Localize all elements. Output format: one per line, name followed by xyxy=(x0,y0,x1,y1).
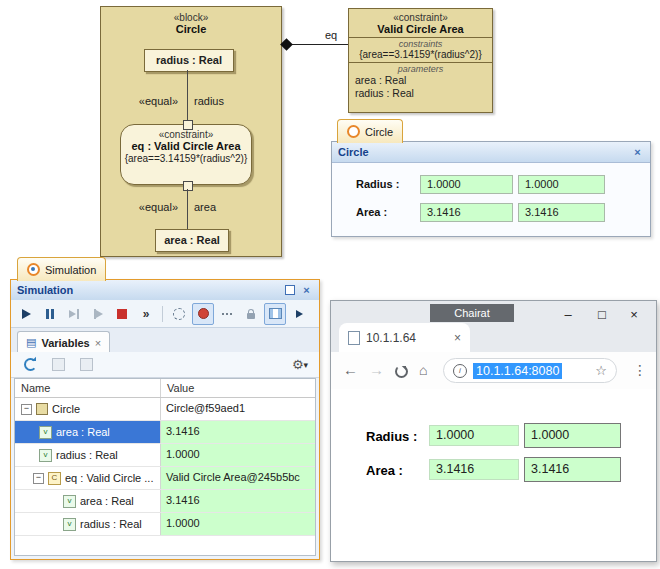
area-value-input[interactable]: 3.1416 xyxy=(524,457,621,482)
browser-tab-title: 10.1.1.64 xyxy=(366,331,448,345)
simulation-window: Simulation Simulation × » xyxy=(10,257,320,560)
home-icon[interactable]: ⌂ xyxy=(419,362,427,378)
selected-row-name-cell: v area : Real xyxy=(15,421,161,443)
info-icon[interactable]: i xyxy=(453,364,467,378)
value-property-icon: v xyxy=(39,426,52,439)
address-bar[interactable]: i 10.1.1.64:8080 ☆ xyxy=(443,358,617,383)
table-row[interactable]: v radius : Real 1.0000 xyxy=(15,513,315,536)
block-icon xyxy=(36,403,48,415)
constraints-compartment-label: constraints xyxy=(349,39,492,49)
variables-table: Name Value − Circle Circle@f59aed1 v are… xyxy=(14,378,316,556)
simulation-titlebar[interactable]: Simulation × xyxy=(11,280,319,301)
tab-simulation-label: Simulation xyxy=(45,264,96,276)
simulation-title: Simulation xyxy=(17,284,73,296)
table-row[interactable]: v radius : Real 1.0000 xyxy=(15,444,315,467)
minimize-icon[interactable]: – xyxy=(558,307,578,322)
animation-icon[interactable] xyxy=(264,303,286,325)
area-part-box[interactable]: area : Real xyxy=(155,229,229,252)
run-icon[interactable] xyxy=(15,303,37,325)
tab-circle-label: Circle xyxy=(365,126,393,138)
circle-block-stereotype: «block» xyxy=(101,12,281,23)
back-icon[interactable]: ← xyxy=(343,361,358,378)
simulation-icon xyxy=(27,263,40,276)
terminate-icon[interactable] xyxy=(111,303,133,325)
browser-window: Chairat – □ × 10.1.1.64 × ← → ⌂ i 10.1.1… xyxy=(330,300,657,562)
row-name: radius : Real xyxy=(80,518,142,530)
bookmark-star-icon[interactable]: ☆ xyxy=(595,363,607,378)
simulation-body: Simulation × » xyxy=(10,279,320,560)
valid-circle-area-block[interactable]: «constraint» Valid Circle Area constrain… xyxy=(348,8,493,113)
lock-icon[interactable] xyxy=(240,303,262,325)
table-row[interactable]: − C eq : Valid Circle ... Valid Circle A… xyxy=(15,467,315,490)
circle-panel-icon xyxy=(347,125,360,138)
column-header-value[interactable]: Value xyxy=(161,379,315,397)
constraint-property-icon: C xyxy=(48,472,61,485)
valid-circle-area-header: «constraint» Valid Circle Area xyxy=(349,9,492,38)
parameter-port-radius[interactable] xyxy=(183,120,193,130)
radius-part-box[interactable]: radius : Real xyxy=(144,49,234,72)
save-icon[interactable] xyxy=(75,354,97,376)
radius-value-field-2[interactable]: 1.0000 xyxy=(518,175,605,194)
circle-panel-title: Circle xyxy=(338,146,369,158)
browser-menu-icon[interactable]: ⋮ xyxy=(633,362,647,378)
eq-connector-line xyxy=(289,44,348,45)
parameters-compartment-label: parameters xyxy=(349,64,492,74)
radius-value-field-1[interactable]: 1.0000 xyxy=(429,425,519,446)
pause-icon[interactable] xyxy=(39,303,61,325)
options-icon[interactable] xyxy=(216,303,238,325)
close-icon[interactable]: × xyxy=(95,337,101,349)
tab-simulation[interactable]: Simulation xyxy=(17,257,106,281)
forward-icon[interactable]: → xyxy=(369,361,384,378)
tab-circle[interactable]: Circle xyxy=(337,119,403,143)
screen: «block» Circle radius : Real «equal» rad… xyxy=(0,0,660,569)
row-value[interactable]: Valid Circle Area@245b5bc xyxy=(161,467,315,489)
step-over-icon[interactable] xyxy=(87,303,109,325)
constraint-property-name: eq : Valid Circle Area xyxy=(121,140,251,152)
close-icon[interactable]: × xyxy=(300,284,313,297)
tab-variables[interactable]: ▤ Variables × xyxy=(17,331,110,353)
variables-tabstrip: ▤ Variables × xyxy=(11,328,319,353)
export-icon[interactable] xyxy=(47,354,69,376)
radius-value-input[interactable]: 1.0000 xyxy=(524,423,621,448)
constraint-property-box[interactable]: «constraint» eq : Valid Circle Area {are… xyxy=(120,124,252,185)
value-property-icon: v xyxy=(39,449,52,462)
table-row[interactable]: v area : Real 3.1416 xyxy=(15,421,315,444)
area-value-field-1[interactable]: 3.1416 xyxy=(420,203,513,222)
vca-parameter-radius: radius : Real xyxy=(349,87,492,100)
value-property-icon: v xyxy=(63,518,76,531)
constraint-property-expression: {area==3.14159*(radius^2)} xyxy=(121,153,251,164)
area-value-field-2[interactable]: 3.1416 xyxy=(518,203,605,222)
tab-close-icon[interactable]: × xyxy=(454,331,461,345)
close-icon[interactable]: × xyxy=(631,146,644,159)
maximize-icon[interactable]: □ xyxy=(592,307,612,322)
refresh-icon[interactable] xyxy=(19,354,41,376)
row-value[interactable]: 3.1416 xyxy=(161,421,315,443)
table-row[interactable]: v area : Real 3.1416 xyxy=(15,490,315,513)
collapse-toggle-icon[interactable]: − xyxy=(21,404,32,415)
circle-panel-titlebar[interactable]: Circle × xyxy=(332,142,650,163)
toolbar-divider xyxy=(162,306,163,322)
url-text[interactable]: 10.1.1.64:8080 xyxy=(473,363,562,379)
area-value-field-1[interactable]: 3.1416 xyxy=(429,459,519,480)
more-tools-icon[interactable]: » xyxy=(135,303,157,325)
row-value[interactable]: 1.0000 xyxy=(161,444,315,466)
browser-tab[interactable]: 10.1.1.64 × xyxy=(339,323,470,352)
radius-value-field-1[interactable]: 1.0000 xyxy=(420,175,513,194)
parameter-port-area[interactable] xyxy=(183,181,193,191)
window-owner-label: Chairat xyxy=(430,304,514,322)
step-into-icon[interactable] xyxy=(63,303,85,325)
float-window-icon[interactable] xyxy=(283,284,296,297)
vca-parameters-compartment: parameters area : Real radius : Real xyxy=(349,63,492,102)
row-value[interactable]: 1.0000 xyxy=(161,513,315,535)
gear-icon[interactable]: ⚙▾ xyxy=(289,354,311,376)
trigger-icon[interactable] xyxy=(168,303,190,325)
close-icon[interactable]: × xyxy=(624,307,644,322)
table-row[interactable]: − Circle Circle@f59aed1 xyxy=(15,398,315,421)
reload-icon[interactable] xyxy=(395,365,408,378)
breakpoints-icon[interactable] xyxy=(192,303,214,325)
row-value[interactable]: Circle@f59aed1 xyxy=(161,398,315,420)
console-play-icon[interactable] xyxy=(288,303,310,325)
column-header-name[interactable]: Name xyxy=(15,379,161,397)
collapse-toggle-icon[interactable]: − xyxy=(33,473,44,484)
row-value[interactable]: 3.1416 xyxy=(161,490,315,512)
